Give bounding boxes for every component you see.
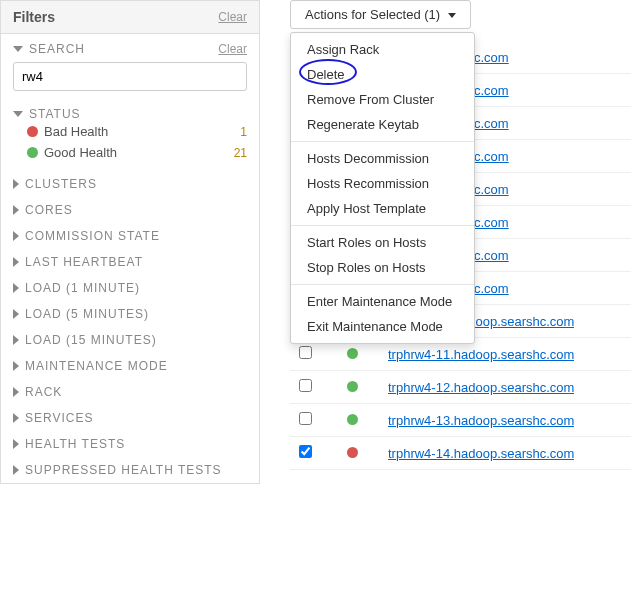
filter-section-toggle[interactable]: HEALTH TESTS: [1, 431, 259, 457]
filter-section-label: LOAD (1 MINUTE): [25, 281, 140, 295]
search-section: SEARCH Clear: [1, 34, 259, 99]
dropdown-item-enter-maintenance-mode[interactable]: Enter Maintenance Mode: [291, 289, 474, 314]
status-dot-icon: [27, 126, 38, 137]
status-filter-item[interactable]: Good Health21: [13, 142, 247, 163]
filter-section-toggle[interactable]: LOAD (5 MINUTES): [1, 301, 259, 327]
filter-section-toggle[interactable]: CORES: [1, 197, 259, 223]
filter-section-toggle[interactable]: SERVICES: [1, 405, 259, 431]
status-dot-icon: [27, 147, 38, 158]
dropdown-item-exit-maintenance-mode[interactable]: Exit Maintenance Mode: [291, 314, 474, 339]
chevron-down-icon: [13, 111, 23, 117]
host-select-checkbox[interactable]: [299, 445, 312, 458]
dropdown-item-start-roles-on-hosts[interactable]: Start Roles on Hosts: [291, 230, 474, 255]
search-section-toggle[interactable]: SEARCH: [13, 42, 85, 56]
filter-section-label: SUPPRESSED HEALTH TESTS: [25, 463, 222, 477]
dropdown-divider: [291, 284, 474, 285]
main-panel: Actions for Selected (1) Assign RackDele…: [260, 0, 631, 484]
search-input[interactable]: [13, 62, 247, 91]
dropdown-item-stop-roles-on-hosts[interactable]: Stop Roles on Hosts: [291, 255, 474, 280]
chevron-right-icon: [13, 231, 19, 241]
filter-section-toggle[interactable]: MAINTENANCE MODE: [1, 353, 259, 379]
search-label: SEARCH: [29, 42, 85, 56]
chevron-right-icon: [13, 257, 19, 267]
host-link[interactable]: trphrw4-13.hadoop.searshc.com: [388, 413, 574, 428]
dropdown-item-remove-from-cluster[interactable]: Remove From Cluster: [291, 87, 474, 112]
dropdown-item-assign-rack[interactable]: Assign Rack: [291, 37, 474, 62]
dropdown-item-hosts-decommission[interactable]: Hosts Decommission: [291, 146, 474, 171]
chevron-right-icon: [13, 283, 19, 293]
status-item-label: Good Health: [44, 145, 117, 160]
status-filter-item[interactable]: Bad Health1: [13, 121, 247, 142]
filter-section-label: LOAD (5 MINUTES): [25, 307, 149, 321]
host-select-checkbox[interactable]: [299, 412, 312, 425]
status-label: STATUS: [29, 107, 81, 121]
chevron-right-icon: [13, 439, 19, 449]
host-link[interactable]: trphrw4-11.hadoop.searshc.com: [388, 347, 574, 362]
filter-section-toggle[interactable]: SUPPRESSED HEALTH TESTS: [1, 457, 259, 483]
filter-section-toggle[interactable]: LOAD (15 MINUTES): [1, 327, 259, 353]
actions-for-selected-button[interactable]: Actions for Selected (1): [290, 0, 471, 29]
chevron-down-icon: [13, 46, 23, 52]
status-item-count: 21: [234, 146, 247, 160]
chevron-right-icon: [13, 335, 19, 345]
filter-section-label: MAINTENANCE MODE: [25, 359, 168, 373]
host-link[interactable]: trphrw4-14.hadoop.searshc.com: [388, 446, 574, 461]
chevron-right-icon: [13, 361, 19, 371]
host-select-checkbox[interactable]: [299, 346, 312, 359]
table-row: trphrw4-14.hadoop.searshc.com: [290, 437, 631, 470]
filter-section-toggle[interactable]: LAST HEARTBEAT: [1, 249, 259, 275]
dropdown-item-hosts-recommission[interactable]: Hosts Recommission: [291, 171, 474, 196]
filters-title: Filters: [13, 9, 55, 25]
host-link[interactable]: trphrw4-12.hadoop.searshc.com: [388, 380, 574, 395]
dropdown-item-delete[interactable]: Delete: [291, 62, 474, 87]
status-item-label: Bad Health: [44, 124, 108, 139]
filter-section-label: CORES: [25, 203, 73, 217]
filter-section-label: LOAD (15 MINUTES): [25, 333, 157, 347]
actions-dropdown-menu: Assign RackDeleteRemove From ClusterRege…: [290, 32, 475, 344]
filter-section-toggle[interactable]: COMMISSION STATE: [1, 223, 259, 249]
dropdown-item-apply-host-template[interactable]: Apply Host Template: [291, 196, 474, 221]
filter-section-toggle[interactable]: LOAD (1 MINUTE): [1, 275, 259, 301]
status-item-count: 1: [240, 125, 247, 139]
table-row: trphrw4-13.hadoop.searshc.com: [290, 404, 631, 437]
filter-section-label: CLUSTERS: [25, 177, 97, 191]
health-status-icon: [347, 414, 358, 425]
health-status-icon: [347, 348, 358, 359]
chevron-right-icon: [13, 413, 19, 423]
health-status-icon: [347, 381, 358, 392]
status-section: STATUS Bad Health1Good Health21: [1, 99, 259, 171]
filters-header: Filters Clear: [1, 1, 259, 34]
chevron-right-icon: [13, 179, 19, 189]
filter-section-label: LAST HEARTBEAT: [25, 255, 143, 269]
caret-down-icon: [448, 13, 456, 18]
dropdown-divider: [291, 141, 474, 142]
health-status-icon: [347, 447, 358, 458]
filter-section-label: HEALTH TESTS: [25, 437, 125, 451]
filter-section-toggle[interactable]: RACK: [1, 379, 259, 405]
host-select-checkbox[interactable]: [299, 379, 312, 392]
status-section-toggle[interactable]: STATUS: [13, 107, 247, 121]
chevron-right-icon: [13, 309, 19, 319]
chevron-right-icon: [13, 387, 19, 397]
status-items: Bad Health1Good Health21: [13, 121, 247, 163]
filter-section-label: SERVICES: [25, 411, 93, 425]
filter-section-label: COMMISSION STATE: [25, 229, 160, 243]
clear-search-link[interactable]: Clear: [218, 42, 247, 56]
chevron-right-icon: [13, 465, 19, 475]
clear-all-link[interactable]: Clear: [218, 10, 247, 24]
filters-sidebar: Filters Clear SEARCH Clear STATUS Bad He…: [0, 0, 260, 484]
filter-section-label: RACK: [25, 385, 62, 399]
actions-button-label: Actions for Selected (1): [305, 7, 440, 22]
chevron-right-icon: [13, 205, 19, 215]
filter-section-toggle[interactable]: CLUSTERS: [1, 171, 259, 197]
dropdown-divider: [291, 225, 474, 226]
table-row: trphrw4-12.hadoop.searshc.com: [290, 371, 631, 404]
dropdown-item-regenerate-keytab[interactable]: Regenerate Keytab: [291, 112, 474, 137]
